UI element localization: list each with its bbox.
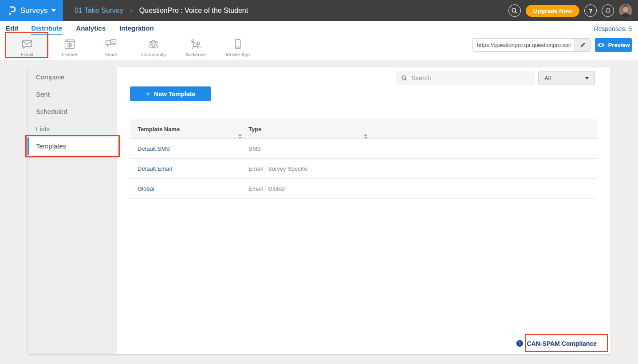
survey-url-group [473,38,591,52]
help-button[interactable]: ? [584,4,597,17]
sort-icon[interactable] [364,134,368,139]
toolbar-item-embed[interactable]: Embed [50,35,90,59]
questionpro-logo-icon [7,5,16,16]
tab-analytics[interactable]: Analytics [76,24,106,35]
upgrade-now-button[interactable]: Upgrade Now [526,5,579,17]
chevron-down-icon [585,77,589,79]
sidebar-item-scheduled[interactable]: Scheduled [28,103,117,120]
email-sidebar: Compose Sent Scheduled Lists Templates [28,67,117,354]
header-actions: Upgrade Now ? [508,4,638,17]
table-row: Default Email Email - Survey Specific [130,159,597,179]
table-header-row: Template Name Type [130,119,597,139]
share-icon [104,38,118,51]
responses-count: Responses: 5 [594,25,632,35]
toolbar-item-label: Mobile App [226,52,250,57]
tab-edit[interactable]: Edit [6,24,18,35]
search-icon [401,75,407,81]
tab-distribute[interactable]: Distribute [31,24,62,35]
sidebar-item-sent[interactable]: Sent [28,86,117,103]
toolbar-item-label: Audience [185,52,206,57]
can-spam-compliance-link[interactable]: ! CAN-SPAM Compliance [516,337,597,350]
breadcrumb-survey-link[interactable]: 01 Take Survey [75,7,123,15]
template-link[interactable]: Global [138,179,154,199]
template-link[interactable]: Default SMS [138,139,170,159]
chevron-down-icon [51,9,56,12]
toolbar-item-community[interactable]: Community [132,35,175,59]
community-icon [147,38,160,51]
toolbar-item-label: Share [104,52,117,57]
pencil-icon [579,42,586,48]
edit-url-button[interactable] [575,39,590,51]
can-spam-compliance-label: CAN-SPAM Compliance [527,340,597,347]
breadcrumb-separator: › [130,6,133,15]
toolbar-item-label: Embed [62,52,78,57]
breadcrumb: 01 Take Survey › QuestionPro : Voice of … [75,6,248,15]
table-row: Global Email - Global [130,179,597,199]
template-filter-value: All [544,75,551,82]
search-icon [511,8,518,14]
embed-icon [63,38,76,51]
table-row: Default SMS SMS [130,139,597,159]
template-search-box [396,71,535,85]
info-icon: ! [516,340,523,347]
new-template-label: New Template [154,90,195,98]
plus-icon: + [146,90,150,98]
audience-icon: $ [189,38,202,51]
toolbar-item-email[interactable]: Email [6,35,48,59]
template-type: Email - Survey Specific [248,159,308,179]
bell-icon [604,7,612,15]
svg-text:$: $ [191,38,194,43]
section-tabs: Edit Distribute Analytics Integration Re… [0,21,638,35]
email-icon [20,38,34,51]
eye-icon [597,42,605,48]
toolbar-item-label: Email [21,52,33,57]
preview-button-label: Preview [608,42,630,48]
sort-icon[interactable] [238,134,242,139]
sidebar-item-templates[interactable]: Templates [28,137,117,155]
questionpro-app: Surveys 01 Take Survey › QuestionPro : V… [0,0,638,364]
top-header: Surveys 01 Take Survey › QuestionPro : V… [0,0,638,21]
distribute-toolbar: Email Embed [0,35,638,60]
column-header-template-name[interactable]: Template Name [138,119,180,139]
user-avatar[interactable] [619,4,632,17]
template-filter-dropdown[interactable]: All [538,71,595,85]
sidebar-item-lists[interactable]: Lists [28,120,117,137]
new-template-button[interactable]: + New Template [130,86,211,101]
template-type: Email - Global [248,179,285,199]
template-type: SMS [248,139,261,159]
surveys-menu-label: Surveys [20,6,47,15]
toolbar-item-audience[interactable]: $ Audience [175,35,216,59]
mobile-app-icon [231,38,244,51]
preview-button[interactable]: Preview [595,38,632,52]
template-search-input[interactable] [411,74,530,82]
column-header-type[interactable]: Type [248,119,261,139]
search-button[interactable] [508,4,521,17]
templates-table: Template Name Type Default SMS SMS Defau… [130,119,597,199]
page-title: QuestionPro : Voice of the Student [139,7,248,15]
templates-panel: All + New Template Template Name Type De… [117,67,610,354]
toolbar-item-label: Community [141,52,166,57]
tab-integration[interactable]: Integration [119,24,154,35]
toolbar-item-mobile-app[interactable]: Mobile App [217,35,259,59]
surveys-menu[interactable]: Surveys [0,0,63,21]
sidebar-item-compose[interactable]: Compose [28,68,117,86]
survey-url-input[interactable] [473,39,575,51]
toolbar-item-share[interactable]: Share [91,35,130,59]
template-link[interactable]: Default Email [138,159,172,179]
email-section-card: Compose Sent Scheduled Lists Templates A… [28,67,610,354]
notifications-button[interactable] [602,4,614,17]
